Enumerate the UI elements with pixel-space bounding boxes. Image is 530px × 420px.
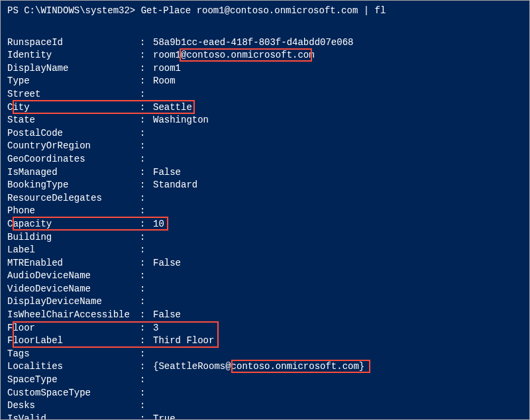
output-row: CountryOrRegion: xyxy=(7,140,523,153)
colon-separator: : xyxy=(140,166,153,180)
output-row: DisplayDeviceName: xyxy=(7,295,523,309)
colon-separator: : xyxy=(140,374,153,387)
output-row: RunspaceId: 58a9b1cc-eaed-418f-803f-d4ab… xyxy=(7,36,523,50)
colon-separator: : xyxy=(140,309,153,322)
property-value: 3 xyxy=(153,322,158,335)
output-row: PostalCode: xyxy=(7,127,523,140)
prompt-line[interactable]: PS C:\WINDOWS\system32> Get-Place room1@… xyxy=(7,5,523,18)
colon-separator: : xyxy=(140,192,153,205)
property-key: BookingType xyxy=(7,179,140,192)
property-key: IsManaged xyxy=(7,166,140,180)
colon-separator: : xyxy=(140,399,153,413)
colon-separator: : xyxy=(140,140,153,153)
output-row: GeoCoordinates: xyxy=(7,153,523,166)
property-key: Building xyxy=(7,231,140,244)
colon-separator: : xyxy=(140,205,153,218)
property-key: MTREnabled xyxy=(7,257,140,270)
property-key: Capacity xyxy=(7,218,140,231)
output-row: Type: Room xyxy=(7,75,523,88)
prompt-prefix: PS C:\WINDOWS\system32> xyxy=(7,5,135,16)
property-key: IsValid xyxy=(7,413,140,420)
property-key: Localities xyxy=(7,360,140,374)
colon-separator: : xyxy=(140,127,153,140)
colon-separator: : xyxy=(140,295,153,309)
output-row: Building: xyxy=(7,231,523,244)
colon-separator: : xyxy=(140,114,153,127)
property-key: FloorLabel xyxy=(7,335,140,348)
colon-separator: : xyxy=(140,387,153,400)
property-key: Floor xyxy=(7,322,140,335)
output-row: Phone: xyxy=(7,205,523,218)
property-key: VideoDeviceName xyxy=(7,283,140,296)
property-value: Room xyxy=(153,75,176,88)
colon-separator: : xyxy=(140,360,153,374)
colon-separator: : xyxy=(140,231,153,244)
property-key: Street xyxy=(7,88,140,101)
property-key: DisplayDeviceName xyxy=(7,295,140,309)
property-value: Standard xyxy=(153,179,197,192)
property-key: GeoCoordinates xyxy=(7,153,140,166)
colon-separator: : xyxy=(140,101,153,115)
property-value: Seattle xyxy=(153,101,192,115)
property-value: {SeattleRooms@contoso.onmicrosoft.com} xyxy=(153,360,364,374)
property-value: 58a9b1cc-eaed-418f-803f-d4abdd07e068 xyxy=(153,36,353,50)
output-row: Street: xyxy=(7,88,523,101)
property-key: CustomSpaceType xyxy=(7,387,140,400)
output-row: Localities: {SeattleRooms@contoso.onmicr… xyxy=(7,360,523,374)
colon-separator: : xyxy=(140,49,153,62)
output-row: IsValid: True xyxy=(7,413,523,420)
output-row: VideoDeviceName: xyxy=(7,283,523,296)
output-row: IsManaged: False xyxy=(7,166,523,180)
colon-separator: : xyxy=(140,218,153,231)
property-key: SpaceType xyxy=(7,374,140,387)
property-key: CountryOrRegion xyxy=(7,140,140,153)
property-value: 10 xyxy=(153,218,164,231)
output-row: Tags: xyxy=(7,348,523,361)
output-row: AudioDeviceName: xyxy=(7,270,523,283)
property-key: PostalCode xyxy=(7,127,140,140)
property-key: Identity xyxy=(7,49,140,62)
property-key: ResourceDelegates xyxy=(7,192,140,205)
output-row: Identity: room1@contoso.onmicrosoft.com xyxy=(7,49,523,62)
colon-separator: : xyxy=(140,88,153,101)
colon-separator: : xyxy=(140,413,153,420)
colon-separator: : xyxy=(140,335,153,348)
colon-separator: : xyxy=(140,283,153,296)
property-value: room1 xyxy=(153,62,181,76)
output-row: MTREnabled: False xyxy=(7,257,523,270)
output-row: Capacity: 10 xyxy=(7,218,523,231)
property-key: IsWheelChairAccessible xyxy=(7,309,140,322)
property-key: State xyxy=(7,114,140,127)
property-key: Type xyxy=(7,75,140,88)
property-value: room1@contoso.onmicrosoft.com xyxy=(153,49,315,62)
colon-separator: : xyxy=(140,270,153,283)
output-row: ResourceDelegates: xyxy=(7,192,523,205)
output-row: DisplayName: room1 xyxy=(7,62,523,76)
terminal-content: PS C:\WINDOWS\system32> Get-Place room1@… xyxy=(7,5,523,420)
property-key: AudioDeviceName xyxy=(7,270,140,283)
property-key: DisplayName xyxy=(7,62,140,76)
output-row: BookingType: Standard xyxy=(7,179,523,192)
property-value: False xyxy=(153,166,181,180)
colon-separator: : xyxy=(140,348,153,361)
property-value: Washington xyxy=(153,114,209,127)
property-key: Desks xyxy=(7,399,140,413)
colon-separator: : xyxy=(140,36,153,50)
property-key: Phone xyxy=(7,205,140,218)
colon-separator: : xyxy=(140,75,153,88)
property-value: False xyxy=(153,309,181,322)
property-value: True xyxy=(153,413,176,420)
colon-separator: : xyxy=(140,244,153,257)
colon-separator: : xyxy=(140,257,153,270)
property-key: RunspaceId xyxy=(7,36,140,50)
output-row: Floor: 3 xyxy=(7,322,523,335)
property-key: City xyxy=(7,101,140,115)
output-row: Desks: xyxy=(7,399,523,413)
output-row: State: Washington xyxy=(7,114,523,127)
property-value: Third Floor xyxy=(153,335,214,348)
output-rows: RunspaceId: 58a9b1cc-eaed-418f-803f-d4ab… xyxy=(7,36,523,420)
colon-separator: : xyxy=(140,322,153,335)
property-key: Label xyxy=(7,244,140,257)
colon-separator: : xyxy=(140,153,153,166)
output-row: SpaceType: xyxy=(7,374,523,387)
